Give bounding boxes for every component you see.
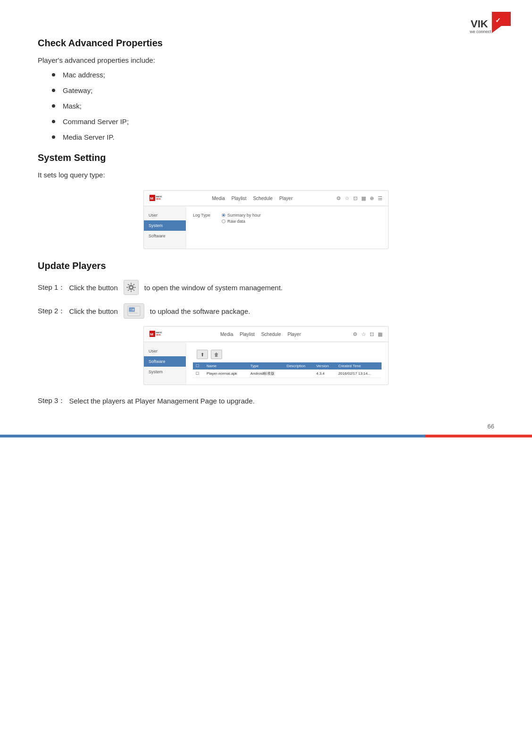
svg-text:VIEW: VIEW: [156, 334, 160, 336]
app-bar-logo: M MAGIC VIEW: [150, 193, 168, 203]
sidebar-software: Software: [144, 231, 186, 241]
sidebar-user: User: [144, 210, 186, 220]
upload-btn: ⬆: [197, 350, 208, 359]
app-sidebar: User System Software: [144, 206, 186, 249]
svg-text:M: M: [150, 196, 153, 201]
system-setting-heading: System Setting: [38, 152, 494, 163]
app-bar-icons: ⚙☆⊡▦⊕☰: [336, 195, 382, 202]
svg-text:M: M: [150, 332, 153, 336]
check-advanced-heading: Check Advanced Properties: [38, 38, 494, 49]
list-item: Mac address;: [52, 71, 494, 79]
app-body-2: User Software System ⬆ 🗑 ☐ Name Type Des…: [144, 342, 388, 385]
step1-text: Step 1： Click the button to open the win…: [38, 280, 494, 295]
check-advanced-intro: Player's advanced properties include:: [38, 56, 494, 64]
svg-point-9: [130, 286, 133, 289]
app-bar-logo-2: M MAGIC VIEW: [150, 329, 168, 339]
sw-toolbar: ⬆ 🗑: [193, 347, 382, 362]
app-bar: M MAGIC VIEW Media Playlist Schedule Pla…: [144, 191, 388, 206]
sidebar-software-2: Software: [144, 356, 186, 367]
svg-text:↑+: ↑+: [130, 308, 134, 312]
logo: VIK we connect ✓: [466, 9, 513, 35]
software-table: ☐ Name Type Description Version Created …: [193, 362, 382, 378]
upload-button-icon: ↑+: [124, 303, 144, 319]
system-setting-screenshot: M MAGIC VIEW Media Playlist Schedule Pla…: [143, 190, 389, 249]
software-update-screenshot: M MAGIC VIEW Media Playlist Schedule Pla…: [143, 326, 389, 385]
app-bar-nav-2: Media Playlist Schedule Player: [220, 332, 301, 337]
table-row: ☐ Player-normal.apk Android标准版 4.3.4 201…: [193, 370, 382, 378]
col-description: Description: [284, 362, 314, 370]
col-version: Version: [313, 362, 335, 370]
sidebar-system: System: [144, 220, 186, 231]
software-content: ⬆ 🗑 ☐ Name Type Description Version Crea…: [186, 342, 388, 385]
update-players-heading: Update Players: [38, 260, 494, 271]
page-number: 66: [488, 423, 494, 430]
step2-text: Step 2： Click the button ↑+ to upload th…: [38, 303, 494, 319]
col-name: Name: [204, 362, 248, 370]
list-item: Media Server IP.: [52, 133, 494, 141]
system-content: Log Type Summary by hour Raw data: [186, 206, 388, 249]
svg-text:VIEW: VIEW: [156, 198, 160, 200]
system-setting-intro: It sets log query type:: [38, 171, 494, 179]
svg-text:VIK: VIK: [471, 18, 488, 30]
col-type: Type: [248, 362, 284, 370]
gear-button-icon: [124, 280, 139, 295]
col-checkbox: ☐: [193, 362, 204, 370]
step3-text: Step 3： Select the players at Player Man…: [38, 396, 494, 405]
col-created: Created Time: [335, 362, 382, 370]
app-bar-2: M MAGIC VIEW Media Playlist Schedule Pla…: [144, 327, 388, 342]
delete-btn: 🗑: [211, 350, 222, 359]
app-body: User System Software Log Type Summary by…: [144, 206, 388, 249]
svg-text:✓: ✓: [495, 17, 501, 24]
app-bar-nav: Media Playlist Schedule Player: [212, 196, 293, 201]
sidebar-system-2: System: [144, 367, 186, 377]
list-item: Command Server IP;: [52, 118, 494, 126]
sidebar-user-2: User: [144, 346, 186, 356]
advanced-properties-list: Mac address; Gateway; Mask; Command Serv…: [52, 71, 494, 141]
app-sidebar-2: User Software System: [144, 342, 186, 385]
bottom-bar: [0, 435, 532, 437]
svg-text:we connect: we connect: [469, 29, 491, 34]
app-bar-icons-2: ⚙☆⊡▦: [353, 331, 382, 337]
list-item: Mask;: [52, 102, 494, 110]
list-item: Gateway;: [52, 86, 494, 94]
